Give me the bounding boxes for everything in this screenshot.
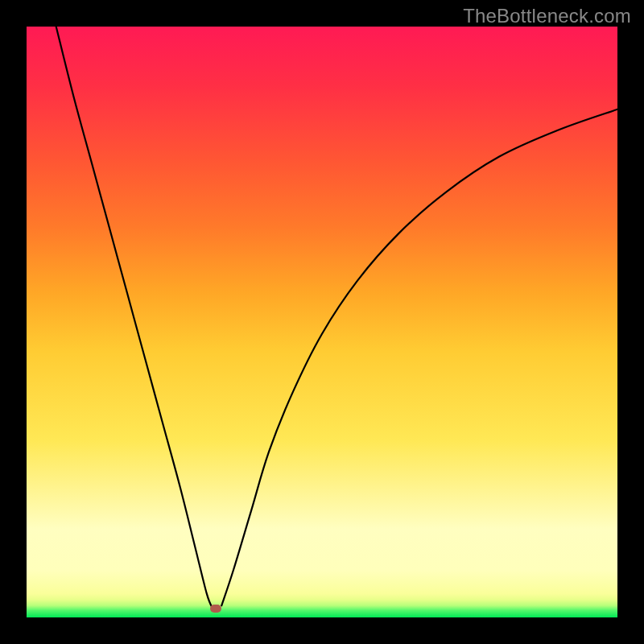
curve-left [56,27,213,609]
plot-area [27,27,617,617]
trough-marker [210,605,221,613]
curve-layer [27,27,617,617]
chart-frame: TheBottleneck.com [0,0,644,644]
curve-right [221,109,617,606]
watermark-text: TheBottleneck.com [463,5,631,27]
